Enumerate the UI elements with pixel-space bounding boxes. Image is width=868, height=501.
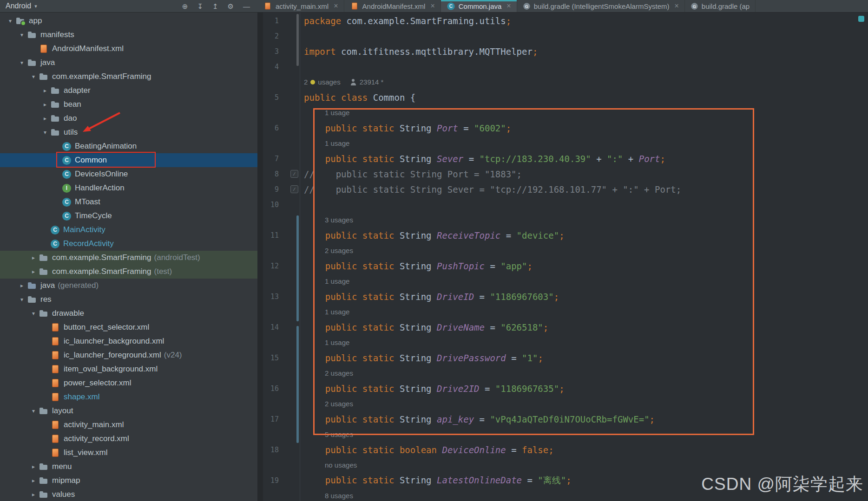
tree-item-suffix: (v24) — [164, 351, 182, 360]
tree-item-bean[interactable]: ▸bean — [0, 98, 257, 111]
inlay-hint-usages[interactable]: 1 usage — [300, 308, 349, 316]
tree-item-item-oval-background-xml[interactable]: item_oval_background.xml — [0, 362, 257, 376]
chevron-right-icon[interactable]: ▸ — [28, 254, 39, 261]
chevron-down-icon[interactable]: ▾ — [28, 73, 39, 80]
chevron-down-icon[interactable]: ▾ — [5, 18, 16, 24]
tree-item-button-rect-selector-xml[interactable]: button_rect_selector.xml — [0, 320, 257, 334]
inlay-hint-usages[interactable]: 1 usage — [300, 277, 349, 285]
code-line: public static String PushTopic = "app"; — [300, 261, 533, 271]
close-icon[interactable]: × — [506, 2, 511, 10]
chevron-right-icon[interactable]: ▸ — [39, 87, 51, 94]
chevron-right-icon[interactable]: ▸ — [16, 282, 27, 289]
inspections-widget-icon[interactable] — [858, 16, 864, 22]
chevron-right-icon[interactable]: ▸ — [28, 463, 39, 470]
tree-item-suffix: (generated) — [58, 281, 99, 290]
tree-item-java[interactable]: ▾java — [0, 56, 257, 70]
fold-marker-icon[interactable]: ∕ — [290, 185, 298, 193]
tree-item-layout[interactable]: ▾layout — [0, 404, 257, 418]
chevron-down-icon[interactable]: ▾ — [39, 129, 51, 136]
close-icon[interactable]: × — [430, 2, 434, 10]
chevron-down-icon[interactable]: ▾ — [16, 59, 27, 66]
tree-item-com-example-smartframing-test[interactable]: ▸com.example.SmartFraming(test) — [0, 265, 257, 279]
tree-item-adapter[interactable]: ▸adapter — [0, 84, 257, 98]
code-token: public static — [325, 292, 395, 302]
tree-item-timecycle[interactable]: CTimeCycle — [0, 209, 257, 223]
tab-common-java[interactable]: CCommon.java× — [441, 0, 517, 12]
tree-item-label: utils — [64, 128, 78, 137]
folder-icon — [39, 406, 48, 416]
inlay-hint-usages[interactable]: 3 usages — [300, 216, 353, 224]
scroll-from-source-icon[interactable]: ↧ — [197, 3, 203, 10]
project-tree[interactable]: ▾app▾manifestsAndroidManifest.xml▾java▾c… — [0, 12, 257, 501]
close-icon[interactable]: × — [674, 2, 678, 10]
tree-item-app[interactable]: ▾app — [0, 14, 257, 28]
tree-item-mtoast[interactable]: CMToast — [0, 195, 257, 209]
chevron-right-icon[interactable]: ▸ — [28, 268, 39, 275]
tree-item-menu[interactable]: ▸menu — [0, 460, 257, 474]
chevron-down-icon[interactable]: ▾ — [28, 408, 39, 414]
code-line: public static String api_key = "vPq4JaQT… — [300, 414, 655, 424]
settings-gear-icon[interactable]: ⚙ — [228, 3, 234, 10]
tree-item-utils[interactable]: ▾utils — [0, 125, 257, 139]
tab-build-gradle-ap[interactable]: Gbuild.gradle (ap — [685, 0, 756, 12]
editor-row: 10 — [263, 197, 868, 212]
tree-item-activity-record-xml[interactable]: activity_record.xml — [0, 432, 257, 446]
tree-item-power-selector-xml[interactable]: power_selector.xml — [0, 376, 257, 390]
inlay-hint-usages[interactable]: 2usages23914 * — [300, 78, 383, 86]
tree-item-common[interactable]: CCommon — [0, 153, 257, 167]
chevron-right-icon[interactable]: ▸ — [28, 491, 39, 498]
chevron-right-icon[interactable]: ▸ — [28, 477, 39, 484]
tree-item-res[interactable]: ▾res — [0, 293, 257, 306]
close-icon[interactable]: × — [334, 2, 338, 10]
editor-pane[interactable]: 1package com.example.SmartFraming.utils;… — [263, 12, 868, 501]
inlay-hint-usages[interactable]: 8 usages — [300, 492, 353, 500]
inlay-hint-usages[interactable]: 2 usages — [300, 247, 353, 254]
tree-item-shape-xml[interactable]: shape.xml — [0, 390, 257, 404]
locate-file-icon[interactable]: ⊕ — [182, 3, 188, 10]
tree-item-ic-launcher-foreground-xml-v24[interactable]: ic_launcher_foreground.xml(v24) — [0, 348, 257, 362]
inlay-hint-usages[interactable]: 1 usage — [300, 109, 349, 117]
inlay-hint-usages[interactable]: no usages — [300, 461, 357, 469]
tab-activity-main-xml[interactable]: activity_main.xml× — [257, 0, 344, 12]
inlay-hint-usages[interactable]: 1 usage — [300, 338, 349, 346]
tree-item-list-view-xml[interactable]: list_view.xml — [0, 446, 257, 460]
code-token: "1186967603" — [490, 292, 553, 302]
collapse-all-icon[interactable]: ↥ — [212, 3, 218, 10]
chevron-right-icon[interactable]: ▸ — [39, 115, 51, 122]
tree-item-manifests[interactable]: ▾manifests — [0, 28, 257, 42]
editor-row: 13 public static String DriveID = "11869… — [263, 289, 868, 304]
tree-item-mipmap[interactable]: ▸mipmap — [0, 474, 257, 488]
code-line: public static String DriveID = "11869676… — [300, 292, 559, 302]
editor-code[interactable]: 1package com.example.SmartFraming.utils;… — [263, 13, 868, 501]
chevron-down-icon[interactable]: ▾ — [16, 32, 27, 38]
chevron-right-icon[interactable]: ▸ — [39, 101, 51, 108]
tree-item-beatinganimation[interactable]: CBeatingAnimation — [0, 139, 257, 153]
inlay-hint-usages[interactable]: 2 usages — [300, 369, 353, 377]
tree-item-mainactivity[interactable]: CMainActivity — [0, 223, 257, 237]
tree-item-activity-main-xml[interactable]: activity_main.xml — [0, 418, 257, 432]
inlay-hint-usages[interactable]: 5 usages — [300, 430, 353, 438]
tree-item-values[interactable]: ▸values — [0, 488, 257, 501]
tree-item-drawable[interactable]: ▾drawable — [0, 306, 257, 320]
chevron-down-icon[interactable]: ▾ — [16, 296, 27, 303]
inlay-hint-usages[interactable]: 2 usages — [300, 400, 353, 408]
tab-build-gradle-intelligentsmokealarmsystem[interactable]: Gbuild.gradle (IntelligentSmokeAlarmSyst… — [517, 0, 685, 12]
fold-marker-icon[interactable]: ∕ — [290, 170, 298, 178]
panel-divider[interactable] — [257, 12, 263, 501]
chevron-down-icon[interactable]: ▾ — [28, 310, 39, 317]
hide-panel-icon[interactable]: — — [243, 3, 250, 10]
tree-item-handleraction[interactable]: IHandlerAction — [0, 181, 257, 195]
tree-item-androidmanifest-xml[interactable]: AndroidManifest.xml — [0, 42, 257, 56]
tree-item-java-generated[interactable]: ▸java(generated) — [0, 279, 257, 293]
tab-androidmanifest-xml[interactable]: AndroidManifest.xml× — [344, 0, 441, 12]
project-view-selector[interactable]: Android ▾ — [6, 2, 37, 10]
inlay-text: usages — [318, 78, 340, 86]
watermark: CSDN @阿柒学起来 — [701, 473, 863, 496]
tree-item-com-example-smartframing-androidtest[interactable]: ▸com.example.SmartFraming(androidTest) — [0, 251, 257, 265]
inlay-hint-usages[interactable]: 1 usage — [300, 139, 349, 147]
tree-item-dao[interactable]: ▸dao — [0, 111, 257, 125]
tree-item-recordactivity[interactable]: CRecordActivity — [0, 237, 257, 251]
tree-item-com-example-smartframing[interactable]: ▾com.example.SmartFraming — [0, 70, 257, 84]
tree-item-ic-launcher-background-xml[interactable]: ic_launcher_background.xml — [0, 334, 257, 348]
tree-item-deviceisonline[interactable]: CDeviceIsOnline — [0, 167, 257, 181]
